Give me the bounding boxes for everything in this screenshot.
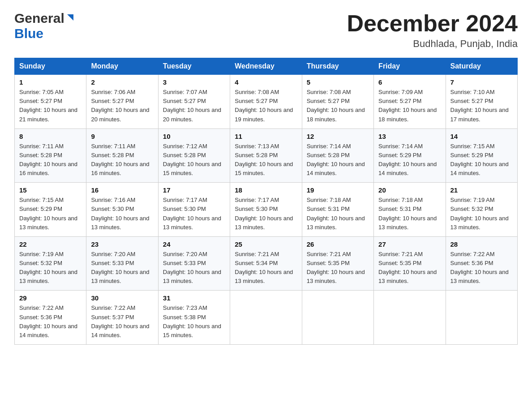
- day-info: Sunrise: 7:19 AMSunset: 5:32 PMDaylight:…: [450, 196, 513, 232]
- calendar-cell: 11Sunrise: 7:13 AMSunset: 5:28 PMDayligh…: [230, 128, 302, 183]
- calendar-cell: 13Sunrise: 7:14 AMSunset: 5:29 PMDayligh…: [374, 128, 446, 183]
- calendar-cell: 14Sunrise: 7:15 AMSunset: 5:29 PMDayligh…: [446, 128, 517, 183]
- day-info: Sunrise: 7:17 AMSunset: 5:30 PMDaylight:…: [163, 196, 225, 232]
- calendar-cell: 16Sunrise: 7:16 AMSunset: 5:30 PMDayligh…: [86, 183, 158, 237]
- day-number: 13: [378, 133, 441, 140]
- calendar-cell: 25Sunrise: 7:21 AMSunset: 5:34 PMDayligh…: [230, 236, 302, 291]
- day-number: 16: [91, 186, 153, 194]
- calendar-cell: 23Sunrise: 7:20 AMSunset: 5:33 PMDayligh…: [86, 236, 158, 291]
- day-number: 8: [19, 133, 82, 140]
- calendar-week-row: 29Sunrise: 7:22 AMSunset: 5:36 PMDayligh…: [15, 291, 518, 345]
- day-info: Sunrise: 7:06 AMSunset: 5:27 PMDaylight:…: [91, 88, 153, 124]
- day-number: 5: [307, 78, 369, 86]
- calendar-cell: 26Sunrise: 7:21 AMSunset: 5:35 PMDayligh…: [302, 236, 373, 291]
- day-number: 25: [235, 240, 297, 248]
- day-info: Sunrise: 7:18 AMSunset: 5:31 PMDaylight:…: [378, 196, 441, 232]
- day-number: 31: [163, 294, 225, 302]
- day-number: 27: [378, 240, 441, 248]
- calendar-cell: 18Sunrise: 7:17 AMSunset: 5:30 PMDayligh…: [230, 183, 302, 237]
- day-number: 1: [19, 78, 82, 86]
- day-number: 9: [91, 133, 153, 140]
- day-info: Sunrise: 7:15 AMSunset: 5:29 PMDaylight:…: [450, 142, 513, 178]
- svg-marker-0: [67, 14, 73, 21]
- calendar-week-row: 15Sunrise: 7:15 AMSunset: 5:29 PMDayligh…: [15, 183, 518, 237]
- calendar-cell: 15Sunrise: 7:15 AMSunset: 5:29 PMDayligh…: [15, 183, 86, 237]
- weekday-header-monday: Monday: [86, 58, 158, 75]
- title-block: December 2024 Budhlada, Punjab, India: [347, 11, 518, 50]
- calendar-cell: 8Sunrise: 7:11 AMSunset: 5:28 PMDaylight…: [15, 128, 86, 183]
- weekday-header-wednesday: Wednesday: [230, 58, 302, 75]
- calendar-cell: 17Sunrise: 7:17 AMSunset: 5:30 PMDayligh…: [158, 183, 230, 237]
- day-info: Sunrise: 7:23 AMSunset: 5:38 PMDaylight:…: [163, 304, 225, 340]
- weekday-header-friday: Friday: [374, 58, 446, 75]
- day-number: 21: [450, 186, 513, 194]
- day-info: Sunrise: 7:10 AMSunset: 5:27 PMDaylight:…: [450, 88, 513, 124]
- day-info: Sunrise: 7:21 AMSunset: 5:35 PMDaylight:…: [378, 250, 441, 286]
- weekday-header-row: SundayMondayTuesdayWednesdayThursdayFrid…: [15, 58, 518, 75]
- day-info: Sunrise: 7:18 AMSunset: 5:31 PMDaylight:…: [307, 196, 369, 232]
- day-number: 18: [235, 186, 297, 194]
- calendar-cell: [374, 291, 446, 345]
- calendar-cell: 30Sunrise: 7:22 AMSunset: 5:37 PMDayligh…: [86, 291, 158, 345]
- calendar-cell: 4Sunrise: 7:08 AMSunset: 5:27 PMDaylight…: [230, 75, 302, 129]
- day-number: 26: [307, 240, 369, 248]
- day-info: Sunrise: 7:14 AMSunset: 5:28 PMDaylight:…: [307, 142, 369, 178]
- calendar-cell: 10Sunrise: 7:12 AMSunset: 5:28 PMDayligh…: [158, 128, 230, 183]
- calendar-cell: 27Sunrise: 7:21 AMSunset: 5:35 PMDayligh…: [374, 236, 446, 291]
- day-number: 17: [163, 186, 225, 194]
- month-title: December 2024: [347, 11, 518, 36]
- calendar-cell: 6Sunrise: 7:09 AMSunset: 5:27 PMDaylight…: [374, 75, 446, 129]
- day-info: Sunrise: 7:11 AMSunset: 5:28 PMDaylight:…: [91, 142, 153, 178]
- calendar-table: SundayMondayTuesdayWednesdayThursdayFrid…: [14, 58, 518, 345]
- day-number: 10: [163, 133, 225, 140]
- day-info: Sunrise: 7:22 AMSunset: 5:37 PMDaylight:…: [91, 304, 153, 340]
- day-number: 22: [19, 240, 82, 248]
- day-info: Sunrise: 7:22 AMSunset: 5:36 PMDaylight:…: [450, 250, 513, 286]
- calendar-week-row: 22Sunrise: 7:19 AMSunset: 5:32 PMDayligh…: [15, 236, 518, 291]
- calendar-cell: 19Sunrise: 7:18 AMSunset: 5:31 PMDayligh…: [302, 183, 373, 237]
- day-number: 7: [450, 78, 513, 86]
- calendar-cell: 2Sunrise: 7:06 AMSunset: 5:27 PMDaylight…: [86, 75, 158, 129]
- day-info: Sunrise: 7:07 AMSunset: 5:27 PMDaylight:…: [163, 88, 225, 124]
- day-info: Sunrise: 7:16 AMSunset: 5:30 PMDaylight:…: [91, 196, 153, 232]
- calendar-cell: 31Sunrise: 7:23 AMSunset: 5:38 PMDayligh…: [158, 291, 230, 345]
- calendar-cell: 7Sunrise: 7:10 AMSunset: 5:27 PMDaylight…: [446, 75, 517, 129]
- day-number: 23: [91, 240, 153, 248]
- calendar-cell: 1Sunrise: 7:05 AMSunset: 5:27 PMDaylight…: [15, 75, 86, 129]
- page-header: General Blue December 2024 Budhlada, Pun…: [14, 11, 518, 50]
- calendar-week-row: 8Sunrise: 7:11 AMSunset: 5:28 PMDaylight…: [15, 128, 518, 183]
- calendar-cell: 3Sunrise: 7:07 AMSunset: 5:27 PMDaylight…: [158, 75, 230, 129]
- logo-arrow-icon: [65, 13, 75, 24]
- calendar-cell: [230, 291, 302, 345]
- day-number: 20: [378, 186, 441, 194]
- day-info: Sunrise: 7:19 AMSunset: 5:32 PMDaylight:…: [19, 250, 82, 286]
- day-info: Sunrise: 7:09 AMSunset: 5:27 PMDaylight:…: [378, 88, 441, 124]
- logo: General Blue: [14, 11, 75, 41]
- day-number: 14: [450, 133, 513, 140]
- logo-general-text: General: [14, 11, 64, 26]
- day-info: Sunrise: 7:20 AMSunset: 5:33 PMDaylight:…: [91, 250, 153, 286]
- day-info: Sunrise: 7:20 AMSunset: 5:33 PMDaylight:…: [163, 250, 225, 286]
- weekday-header-sunday: Sunday: [15, 58, 86, 75]
- day-info: Sunrise: 7:22 AMSunset: 5:36 PMDaylight:…: [19, 304, 82, 340]
- weekday-header-thursday: Thursday: [302, 58, 373, 75]
- day-number: 24: [163, 240, 225, 248]
- day-number: 30: [91, 294, 153, 302]
- day-info: Sunrise: 7:08 AMSunset: 5:27 PMDaylight:…: [235, 88, 297, 124]
- day-number: 19: [307, 186, 369, 194]
- weekday-header-saturday: Saturday: [446, 58, 517, 75]
- day-info: Sunrise: 7:13 AMSunset: 5:28 PMDaylight:…: [235, 142, 297, 178]
- location-subtitle: Budhlada, Punjab, India: [347, 38, 518, 50]
- calendar-week-row: 1Sunrise: 7:05 AMSunset: 5:27 PMDaylight…: [15, 75, 518, 129]
- day-number: 11: [235, 133, 297, 140]
- day-info: Sunrise: 7:21 AMSunset: 5:35 PMDaylight:…: [307, 250, 369, 286]
- calendar-cell: 9Sunrise: 7:11 AMSunset: 5:28 PMDaylight…: [86, 128, 158, 183]
- day-number: 15: [19, 186, 82, 194]
- calendar-cell: 24Sunrise: 7:20 AMSunset: 5:33 PMDayligh…: [158, 236, 230, 291]
- calendar-cell: 21Sunrise: 7:19 AMSunset: 5:32 PMDayligh…: [446, 183, 517, 237]
- calendar-cell: 29Sunrise: 7:22 AMSunset: 5:36 PMDayligh…: [15, 291, 86, 345]
- day-info: Sunrise: 7:15 AMSunset: 5:29 PMDaylight:…: [19, 196, 82, 232]
- day-info: Sunrise: 7:12 AMSunset: 5:28 PMDaylight:…: [163, 142, 225, 178]
- calendar-cell: [302, 291, 373, 345]
- calendar-cell: 12Sunrise: 7:14 AMSunset: 5:28 PMDayligh…: [302, 128, 373, 183]
